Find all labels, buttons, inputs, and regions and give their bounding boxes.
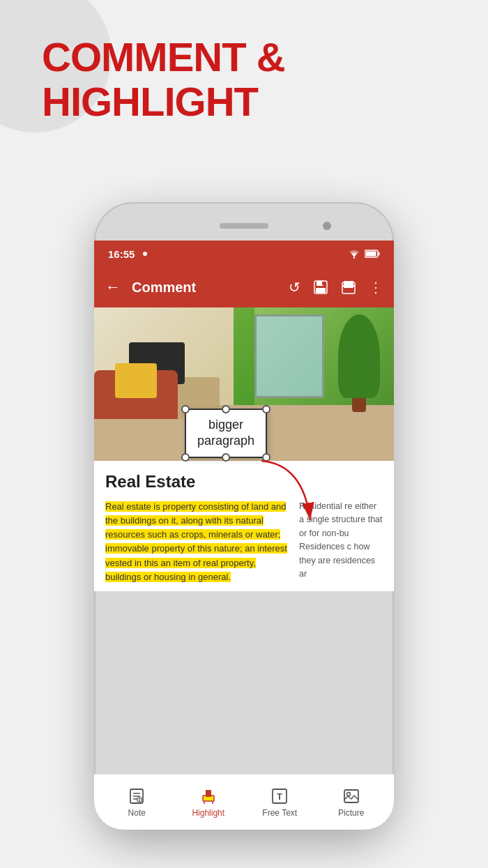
resize-handle-tl[interactable] bbox=[181, 405, 190, 413]
nav-item-free-text[interactable]: T Free Text bbox=[244, 787, 316, 818]
nav-item-highlight[interactable]: Highlight bbox=[173, 787, 245, 818]
resize-handle-tr[interactable] bbox=[262, 405, 270, 413]
save-button[interactable] bbox=[313, 280, 328, 295]
nav-item-note[interactable]: Note bbox=[101, 787, 173, 818]
highlight-label: Highlight bbox=[192, 808, 224, 818]
status-icons bbox=[348, 249, 380, 259]
annotation-text: bigger paragraph bbox=[197, 417, 254, 450]
page-title-line1: COMMENT & bbox=[42, 35, 285, 79]
svg-rect-20 bbox=[206, 790, 211, 797]
bottom-nav: Note Highlight T bbox=[94, 774, 394, 830]
room-pillow bbox=[115, 363, 157, 398]
phone-mockup: 16:55 bbox=[94, 202, 394, 830]
status-dot bbox=[143, 252, 147, 256]
svg-rect-3 bbox=[366, 252, 376, 257]
resize-handle-bm[interactable] bbox=[222, 453, 230, 462]
svg-rect-6 bbox=[316, 288, 326, 293]
svg-point-26 bbox=[346, 792, 350, 795]
undo-button[interactable]: ↺ bbox=[289, 279, 300, 296]
picture-icon bbox=[342, 787, 360, 805]
header-section: COMMENT & HIGHLIGHT bbox=[42, 35, 285, 124]
status-bar: 16:55 bbox=[94, 241, 394, 267]
room-window bbox=[254, 314, 324, 398]
content-body: Real estate is property consisting of la… bbox=[105, 500, 383, 584]
highlighted-text: Real estate is property consisting of la… bbox=[105, 501, 287, 582]
note-label: Note bbox=[128, 808, 146, 818]
nav-item-picture[interactable]: Picture bbox=[316, 787, 388, 818]
resize-handle-br[interactable] bbox=[262, 453, 270, 462]
svg-rect-2 bbox=[379, 252, 380, 256]
phone-speaker bbox=[220, 223, 268, 229]
phone-shell: 16:55 bbox=[94, 202, 394, 830]
resize-handle-bl[interactable] bbox=[181, 453, 190, 462]
document-area: bigger paragraph Real Estate bbox=[94, 307, 394, 830]
svg-rect-10 bbox=[349, 281, 353, 288]
svg-rect-7 bbox=[322, 282, 323, 285]
svg-point-0 bbox=[353, 257, 355, 258]
more-button[interactable]: ⋮ bbox=[369, 279, 383, 296]
svg-rect-11 bbox=[342, 285, 355, 287]
battery-icon bbox=[365, 250, 380, 258]
app-bar: ← Comment ↺ bbox=[94, 267, 394, 307]
resize-handle-tm[interactable] bbox=[222, 405, 230, 413]
free-text-label: Free Text bbox=[262, 808, 297, 818]
highlight-icon bbox=[199, 787, 218, 805]
note-icon bbox=[128, 787, 146, 805]
app-bar-title: Comment bbox=[132, 280, 277, 296]
back-button[interactable]: ← bbox=[105, 278, 121, 296]
page-title-line2: HIGHLIGHT bbox=[42, 79, 285, 124]
svg-text:T: T bbox=[277, 791, 282, 802]
room-plant bbox=[338, 314, 380, 398]
content-right-column: Residential re either a single structure… bbox=[299, 500, 383, 584]
svg-rect-9 bbox=[344, 281, 349, 288]
wifi-icon bbox=[348, 249, 360, 259]
annotation-box[interactable]: bigger paragraph bbox=[185, 409, 267, 458]
export-button[interactable] bbox=[341, 280, 356, 295]
phone-screen: 16:55 bbox=[94, 202, 394, 830]
content-title: Real Estate bbox=[105, 472, 383, 492]
app-bar-actions: ↺ ⋮ bbox=[289, 279, 383, 296]
content-section: Real Estate Real estate is property cons… bbox=[94, 461, 394, 591]
picture-label: Picture bbox=[338, 808, 364, 818]
svg-rect-25 bbox=[344, 790, 358, 802]
status-time: 16:55 bbox=[108, 248, 135, 260]
phone-camera bbox=[323, 222, 331, 230]
content-left-column: Real estate is property consisting of la… bbox=[105, 500, 291, 584]
free-text-icon: T bbox=[270, 787, 289, 805]
